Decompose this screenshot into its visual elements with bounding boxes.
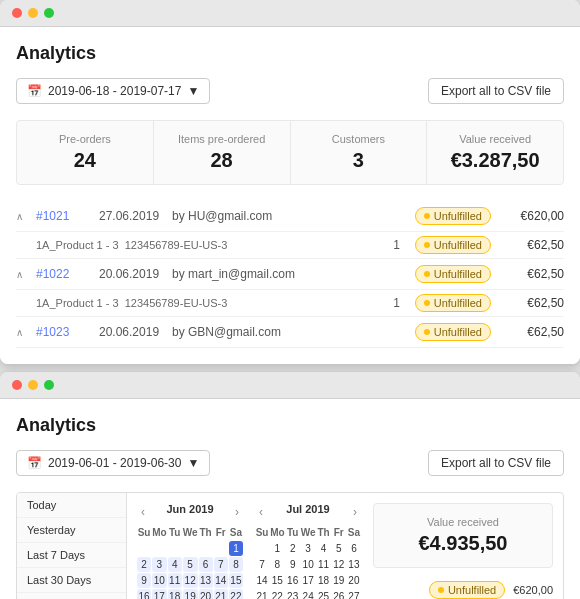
- cal-day[interactable]: 23: [286, 589, 300, 599]
- cal-day[interactable]: 22: [270, 589, 284, 599]
- cal-day[interactable]: 21: [214, 589, 228, 599]
- date-range-picker-2[interactable]: 📅 2019-06-01 - 2019-06-30 ▼: [16, 450, 210, 476]
- cal-day[interactable]: 17: [152, 589, 166, 599]
- range-today[interactable]: Today: [17, 493, 126, 518]
- cal-day[interactable]: 20: [347, 573, 361, 588]
- table-row[interactable]: ∧ #1023 20.06.2019 by GBN@gmail.com Unfu…: [16, 317, 564, 348]
- cal-day[interactable]: 24: [301, 589, 316, 599]
- cal-day-1[interactable]: 1: [229, 541, 243, 556]
- orders-list-1: ∧ #1021 27.06.2019 by HU@gmail.com Unful…: [16, 201, 564, 348]
- product-sku: 1A_Product 1 - 3 123456789-EU-US-3: [36, 239, 379, 251]
- cal-day[interactable]: 6: [347, 541, 361, 556]
- range-thismonth[interactable]: This Month: [17, 593, 126, 599]
- cal-day[interactable]: 15: [270, 573, 284, 588]
- cal-header: Fr: [214, 525, 228, 540]
- top-bar-1: 📅 2019-06-18 - 2019-07-17 ▼ Export all t…: [16, 78, 564, 104]
- table-row[interactable]: ∧ #1021 27.06.2019 by HU@gmail.com Unful…: [16, 201, 564, 232]
- stat-value-label: Value received: [443, 133, 547, 145]
- range-last7[interactable]: Last 7 Days: [17, 543, 126, 568]
- order-date: 20.06.2019: [99, 267, 164, 281]
- cal-day[interactable]: 26: [332, 589, 346, 599]
- cal-day[interactable]: 8: [229, 557, 243, 572]
- cal-day[interactable]: 12: [183, 573, 198, 588]
- cal-day[interactable]: [137, 541, 151, 556]
- cal-day[interactable]: 7: [214, 557, 228, 572]
- cal-day[interactable]: 1: [270, 541, 284, 556]
- next-month-button-july[interactable]: ›: [349, 505, 361, 519]
- cal-day[interactable]: 19: [332, 573, 346, 588]
- cal-day[interactable]: 2: [137, 557, 151, 572]
- next-month-button-june[interactable]: ›: [231, 505, 243, 519]
- minimize-button[interactable]: [28, 8, 38, 18]
- cal-day[interactable]: 2: [286, 541, 300, 556]
- cal-day[interactable]: 8: [270, 557, 284, 572]
- cal-day[interactable]: 16: [286, 573, 300, 588]
- cal-day[interactable]: 14: [255, 573, 269, 588]
- cal-day[interactable]: 7: [255, 557, 269, 572]
- product-qty: 1: [387, 238, 407, 252]
- cal-day[interactable]: 9: [286, 557, 300, 572]
- export-button-1[interactable]: Export all to CSV file: [428, 78, 564, 104]
- cal-day[interactable]: 18: [168, 589, 182, 599]
- cal-day[interactable]: 11: [317, 557, 331, 572]
- cal-day[interactable]: 4: [168, 557, 182, 572]
- cal-day[interactable]: [199, 541, 213, 556]
- cal-day[interactable]: 5: [183, 557, 198, 572]
- range-yesterday[interactable]: Yesterday: [17, 518, 126, 543]
- minimize-button-2[interactable]: [28, 380, 38, 390]
- cal-day[interactable]: 14: [214, 573, 228, 588]
- prev-month-button[interactable]: ‹: [137, 505, 149, 519]
- cal-day[interactable]: 25: [317, 589, 331, 599]
- close-button[interactable]: [12, 8, 22, 18]
- cal-day[interactable]: 3: [301, 541, 316, 556]
- cal-day[interactable]: [152, 541, 166, 556]
- window-1: Analytics 📅 2019-06-18 - 2019-07-17 ▼ Ex…: [0, 0, 580, 364]
- cal-day[interactable]: 15: [229, 573, 243, 588]
- cal-header: Tu: [168, 525, 182, 540]
- cal-day[interactable]: [183, 541, 198, 556]
- cal-day[interactable]: 5: [332, 541, 346, 556]
- cal-day[interactable]: [255, 541, 269, 556]
- cal-day[interactable]: 17: [301, 573, 316, 588]
- cal-day[interactable]: 27: [347, 589, 361, 599]
- order-id: #1021: [36, 209, 91, 223]
- page-title-1: Analytics: [16, 43, 564, 64]
- value-received-label: Value received: [390, 516, 536, 528]
- cal-header: Sa: [229, 525, 243, 540]
- cal-day[interactable]: 3: [152, 557, 166, 572]
- calendar-icon-2: 📅: [27, 456, 42, 470]
- product-amount: €62,50: [499, 296, 564, 310]
- cal-day[interactable]: 10: [152, 573, 166, 588]
- cal-day[interactable]: 4: [317, 541, 331, 556]
- cal-day[interactable]: 12: [332, 557, 346, 572]
- cal-day[interactable]: [168, 541, 182, 556]
- maximize-button-2[interactable]: [44, 380, 54, 390]
- date-range-picker-1[interactable]: 📅 2019-06-18 - 2019-07-17 ▼: [16, 78, 210, 104]
- maximize-button[interactable]: [44, 8, 54, 18]
- cal-day[interactable]: 13: [347, 557, 361, 572]
- range-last30[interactable]: Last 30 Days: [17, 568, 126, 593]
- stats-row-1: Pre-orders 24 Items pre-ordered 28 Custo…: [16, 120, 564, 185]
- cal-day[interactable]: 13: [199, 573, 213, 588]
- cal-day[interactable]: 11: [168, 573, 182, 588]
- cal-day[interactable]: 22: [229, 589, 243, 599]
- table-row[interactable]: ∧ #1022 20.06.2019 by mart_in@gmail.com …: [16, 259, 564, 290]
- close-button-2[interactable]: [12, 380, 22, 390]
- calendars-container: ‹ Jun 2019 › Su Mo Tu We Th Fr Sa: [127, 493, 563, 599]
- cal-day[interactable]: [214, 541, 228, 556]
- cal-day[interactable]: 16: [137, 589, 151, 599]
- cal-day[interactable]: 20: [199, 589, 213, 599]
- cal-day[interactable]: 9: [137, 573, 151, 588]
- calendar-june: ‹ Jun 2019 › Su Mo Tu We Th Fr Sa: [137, 503, 243, 599]
- export-button-2[interactable]: Export all to CSV file: [428, 450, 564, 476]
- cal-day[interactable]: 18: [317, 573, 331, 588]
- stat-preorders-value: 24: [33, 149, 137, 172]
- cal-day[interactable]: 19: [183, 589, 198, 599]
- cal-grid-july: Su Mo Tu We Th Fr Sa 1 2 3 4 5: [255, 525, 361, 599]
- prev-month-button-july[interactable]: ‹: [255, 505, 267, 519]
- cal-day[interactable]: 10: [301, 557, 316, 572]
- cal-day[interactable]: 21: [255, 589, 269, 599]
- cal-day[interactable]: 6: [199, 557, 213, 572]
- cal-month-title-june: Jun 2019: [166, 503, 213, 515]
- value-received-box: Value received €4.935,50: [373, 503, 553, 568]
